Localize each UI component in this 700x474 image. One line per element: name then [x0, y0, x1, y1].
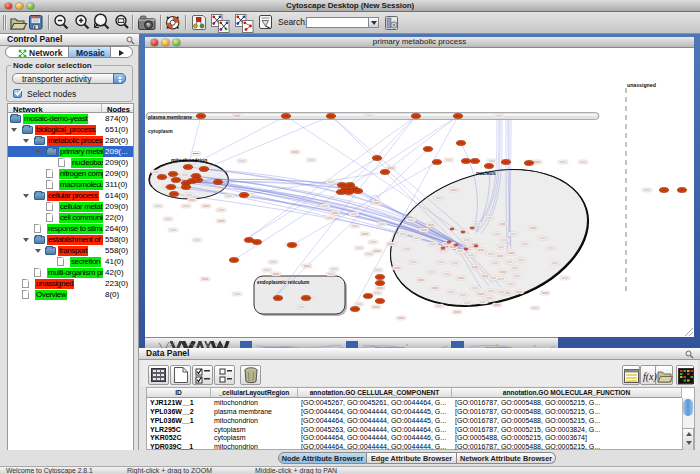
svg-text:unassigned: unassigned — [627, 82, 656, 88]
svg-text:f(x): f(x) — [643, 371, 658, 383]
svg-text:plasma membrane: plasma membrane — [148, 114, 192, 120]
svg-text:endoplasmic reticulum: endoplasmic reticulum — [257, 280, 309, 285]
svg-text:cytoplasm: cytoplasm — [148, 128, 173, 134]
svg-text:mitochondrion: mitochondrion — [171, 157, 207, 163]
svg-text:nucleus: nucleus — [476, 170, 496, 176]
